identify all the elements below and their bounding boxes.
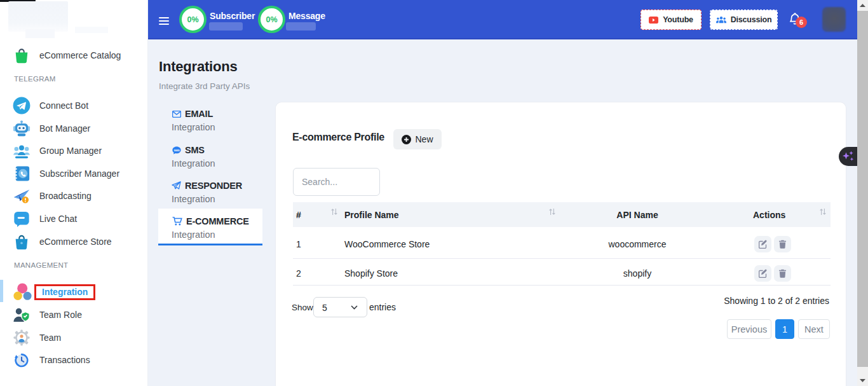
svg-text:SMS: SMS (174, 148, 180, 151)
